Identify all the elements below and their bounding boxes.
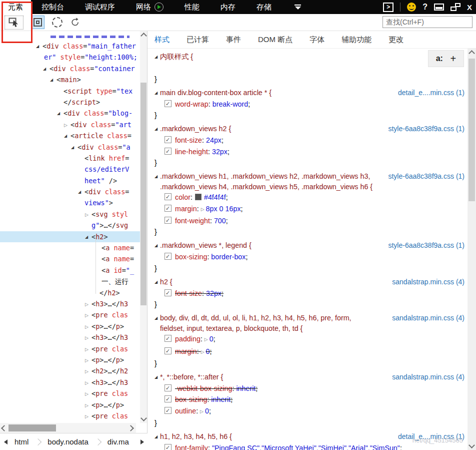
dom-tree-row[interactable]: <h3>…</h3 — [0, 377, 147, 388]
dom-vscroll-thumb[interactable] — [140, 83, 146, 305]
rotate-refresh-icon[interactable] — [70, 17, 80, 28]
close-icon[interactable]: X — [467, 3, 472, 12]
stylesheet-link[interactable]: sandalstrap.min.css (4) — [392, 313, 464, 323]
dom-tree-row[interactable]: 一、运行 — [0, 276, 147, 287]
expanded-arrow-icon[interactable] — [154, 172, 160, 182]
stylesheet-link[interactable]: style-6aa8c38f9a.css (1) — [388, 241, 464, 250]
css-property-row[interactable]: line-height: 32px; — [154, 146, 468, 157]
dock-window-icon[interactable] — [434, 4, 444, 11]
breadcrumb-forward-icon[interactable] — [140, 439, 144, 444]
dom-tree-row[interactable]: <p>…</p> — [0, 354, 147, 365]
css-property-row[interactable]: font-size: 24px; — [154, 135, 468, 146]
scroll-left-icon[interactable] — [1, 425, 8, 431]
property-checkbox[interactable] — [164, 289, 172, 296]
breadcrumb-back-icon[interactable] — [4, 439, 8, 444]
expanded-arrow-icon[interactable] — [154, 432, 160, 442]
scroll-down-icon[interactable] — [468, 442, 475, 448]
dom-horizontal-scrollbar[interactable] — [0, 423, 136, 433]
css-property-row[interactable]: box-sizing: inherit; — [154, 394, 468, 405]
dom-hscroll-thumb[interactable] — [8, 424, 56, 431]
property-checkbox[interactable] — [164, 335, 172, 342]
dom-tree-row[interactable]: heet" /> — [0, 175, 147, 186]
dom-tree-row[interactable]: <h2>…</h2 — [0, 365, 147, 376]
rule-selector[interactable]: body, div, dl, dt, dd, ul, ol, li, h1, h… — [154, 313, 388, 324]
dom-tree-row[interactable]: <pre clas — [0, 343, 147, 354]
help-icon[interactable]: ? — [422, 3, 428, 12]
dom-vertical-scrollbar[interactable] — [140, 31, 147, 423]
rule-selector[interactable]: h2 { — [154, 277, 388, 288]
property-checkbox[interactable] — [164, 205, 172, 212]
dom-tree-row[interactable]: <link href= — [0, 153, 147, 164]
dom-tree-row[interactable]: </script> — [0, 97, 147, 108]
rule-selector[interactable]: h1, h2, h3, h4, h5, h6 { — [154, 432, 394, 442]
css-property-row[interactable]: font-weight: 700; — [154, 215, 468, 226]
tab-events[interactable]: 事件 — [226, 35, 241, 45]
css-property-row[interactable]: font-size: 32px; — [154, 288, 468, 299]
collapsed-arrow-icon[interactable] — [85, 321, 92, 333]
expanded-arrow-icon[interactable] — [154, 52, 160, 63]
devtools-tab-console[interactable]: 控制台 — [31, 0, 74, 14]
property-checkbox[interactable] — [164, 384, 172, 391]
expanded-arrow-icon[interactable] — [71, 142, 78, 154]
dom-tree-row[interactable]: <div class="art — [0, 119, 147, 130]
expanded-arrow-icon[interactable] — [154, 372, 160, 383]
dom-tree-row[interactable]: <div class="a — [0, 142, 147, 153]
scroll-down-icon[interactable] — [140, 415, 147, 421]
select-element-button[interactable] — [4, 16, 24, 30]
css-property-row[interactable]: color: #4f4f4f; — [154, 192, 468, 203]
css-property-row[interactable]: padding: 0; — [154, 333, 468, 345]
collapsed-arrow-icon[interactable] — [85, 365, 92, 377]
collapsed-arrow-icon[interactable] — [85, 399, 92, 411]
rule-selector[interactable]: .markdown_views h2 { — [154, 124, 384, 135]
dom-tree-row[interactable]: <p>…</p> — [0, 399, 147, 410]
expanded-arrow-icon[interactable] — [57, 108, 64, 120]
dom-tree-row[interactable]: <svg styl — [0, 209, 147, 220]
css-property-row[interactable]: margin: 8px 0 16px; — [154, 203, 468, 215]
css-property-row[interactable]: -webkit-box-sizing: inherit; — [154, 383, 468, 394]
dom-tree-row[interactable]: <div class="blog- — [0, 108, 147, 119]
dom-tree-row[interactable]: g">…</svg — [0, 220, 147, 231]
expanded-arrow-icon[interactable] — [43, 63, 50, 76]
collapsed-arrow-icon[interactable] — [85, 332, 92, 344]
stylesheet-link[interactable]: detail_e....min.css (1) — [398, 432, 464, 441]
expanded-arrow-icon[interactable] — [154, 241, 160, 251]
scroll-right-icon[interactable] — [128, 425, 134, 431]
collapsed-arrow-icon[interactable] — [201, 346, 204, 358]
scroll-up-icon[interactable] — [468, 50, 475, 57]
dom-tree-row[interactable]: css/editerV — [0, 164, 147, 175]
search-input[interactable] — [382, 16, 472, 28]
dom-tree-row[interactable]: <div class="main_father — [0, 41, 147, 52]
dom-tree-row[interactable]: <div class= — [0, 186, 147, 197]
css-property-row[interactable]: word-wrap: break-word; — [154, 99, 468, 110]
breadcrumb-item-body.nodata[interactable]: body.nodata — [48, 437, 88, 446]
dom-tree-row[interactable]: <pre clas — [0, 309, 147, 320]
feedback-smiley-icon[interactable] — [407, 3, 416, 12]
undock-window-icon[interactable] — [450, 3, 460, 11]
property-checkbox[interactable] — [164, 347, 172, 354]
css-property-row[interactable]: outline: 0; — [154, 405, 468, 417]
font-size-button[interactable]: a: — [436, 54, 443, 63]
property-checkbox[interactable] — [164, 193, 172, 200]
collapsed-arrow-icon[interactable] — [85, 410, 92, 422]
collapsed-arrow-icon[interactable] — [200, 405, 204, 417]
collapsed-arrow-icon[interactable] — [85, 388, 92, 400]
css-property-row[interactable]: box-sizing: border-box; — [154, 251, 468, 262]
css-property-row[interactable]: font-family: "PingFang SC","Microsoft Ya… — [154, 442, 468, 450]
stylesheet-link[interactable]: style-6aa8c38f9a.css (1) — [388, 124, 464, 134]
property-checkbox[interactable] — [164, 444, 172, 450]
dom-refresh-icon[interactable] — [52, 17, 62, 28]
property-checkbox[interactable] — [164, 395, 172, 402]
rule-selector[interactable]: .markdown_views *, legend { — [154, 241, 384, 251]
expanded-arrow-icon[interactable] — [64, 130, 70, 143]
devtools-tab-storage[interactable]: 存储 — [246, 0, 282, 14]
dom-tree-row[interactable]: <pre clas — [0, 388, 147, 399]
collapsed-arrow-icon[interactable] — [85, 209, 92, 221]
collapsed-arrow-icon[interactable] — [85, 343, 92, 355]
expanded-arrow-icon[interactable] — [154, 313, 160, 324]
devtools-tab-performance[interactable]: 性能 — [174, 0, 210, 14]
highlight-elements-button[interactable] — [31, 16, 44, 29]
rule-selector[interactable]: 内联样式 { — [154, 52, 468, 63]
breadcrumb-item-html[interactable]: html — [14, 437, 28, 446]
tab-accessibility[interactable]: 辅助功能 — [342, 35, 372, 45]
devtools-tab-elements[interactable]: 元素 — [0, 0, 31, 14]
